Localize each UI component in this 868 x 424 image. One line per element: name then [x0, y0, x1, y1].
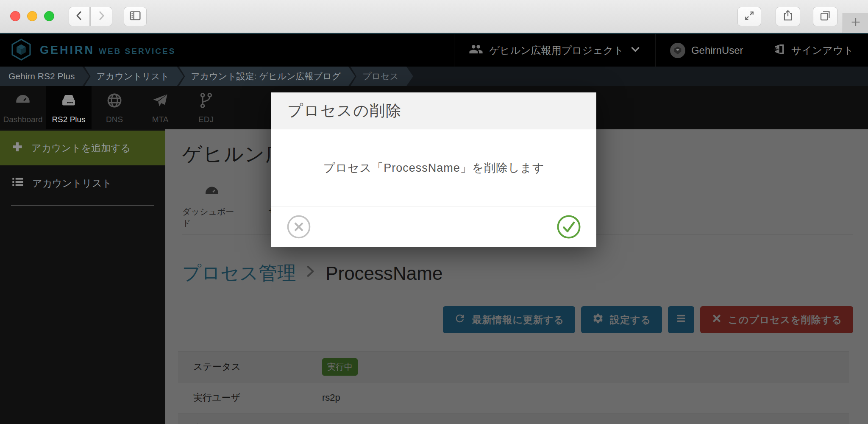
list-icon	[11, 175, 25, 191]
nav-label: Dashboard	[3, 115, 43, 124]
nav-item-edj[interactable]: EDJ	[183, 86, 229, 129]
back-icon	[73, 9, 86, 24]
globe-icon	[106, 92, 123, 112]
nav-label: DNS	[106, 115, 123, 124]
nav-label: EDJ	[198, 115, 214, 124]
cancel-x-icon	[287, 234, 311, 240]
breadcrumb-item-process[interactable]: プロセス	[351, 67, 413, 86]
nav-item-dashboard[interactable]: Dashboard	[0, 86, 46, 129]
avatar	[670, 43, 685, 58]
sidebar-toggle-button[interactable]	[124, 7, 147, 26]
sidebar-divider	[11, 205, 154, 206]
close-window-button[interactable]	[10, 11, 20, 21]
sidebar-item-add-account[interactable]: アカウントを追加する	[0, 131, 165, 165]
brand-name: GEHIRN	[40, 44, 95, 56]
nav-item-rs2plus[interactable]: RS2 Plus	[46, 86, 92, 129]
brand-suffix: WEB SERVICES	[99, 47, 175, 56]
window-controls	[10, 11, 54, 21]
new-tab-button[interactable]	[843, 13, 868, 33]
app-viewport: GEHIRNWEB SERVICES ゲヒルン広報用プロジェクト	[0, 33, 868, 424]
delete-process-modal: プロセスの削除 プロセス「ProcessName」を削除します	[271, 92, 596, 247]
forward-icon	[95, 9, 108, 24]
gauge-icon	[14, 92, 32, 112]
breadcrumb-item-account-settings[interactable]: アカウント設定: ゲヒルン広報ブログ	[179, 67, 355, 86]
forward-button[interactable]	[90, 7, 112, 26]
chevron-down-icon	[630, 44, 641, 57]
sidebar-item-label: アカウントリスト	[32, 177, 112, 190]
plus-icon	[11, 140, 24, 156]
browser-chrome	[0, 0, 868, 33]
signout-button[interactable]: サインアウト	[758, 34, 868, 67]
nav-item-mta[interactable]: MTA	[137, 86, 183, 129]
modal-message: プロセス「ProcessName」を削除します	[323, 160, 545, 176]
signout-label: サインアウト	[791, 44, 854, 57]
user-label: GehirnUser	[691, 45, 743, 56]
modal-confirm-button[interactable]	[556, 215, 581, 239]
back-button[interactable]	[69, 7, 90, 26]
project-label: ゲヒルン広報用プロジェクト	[489, 44, 624, 57]
tab-overview-button[interactable]	[813, 7, 837, 26]
users-icon	[469, 42, 483, 59]
project-selector[interactable]: ゲヒルン広報用プロジェクト	[454, 34, 655, 67]
breadcrumb-item-account-list[interactable]: アカウントリスト	[84, 67, 184, 86]
git-branch-icon	[197, 92, 215, 112]
modal-header: プロセスの削除	[271, 92, 596, 129]
modal-footer	[271, 206, 596, 247]
gehirn-logo-icon	[9, 37, 33, 64]
server-icon	[60, 92, 78, 112]
tab-overview-icon	[819, 9, 832, 24]
modal-cancel-button[interactable]	[287, 215, 311, 239]
plus-icon	[849, 16, 862, 30]
modal-title: プロセスの削除	[287, 100, 402, 121]
nav-label: RS2 Plus	[52, 115, 85, 124]
fullscreen-icon	[743, 9, 756, 24]
sidebar: アカウントを追加する アカウントリスト	[0, 129, 165, 424]
user-menu[interactable]: GehirnUser	[655, 34, 758, 67]
breadcrumb-item-rs2plus[interactable]: Gehirn RS2 Plus	[0, 67, 89, 86]
share-button[interactable]	[776, 7, 800, 26]
share-icon	[782, 9, 794, 24]
nav-item-dns[interactable]: DNS	[92, 86, 137, 129]
brand[interactable]: GEHIRNWEB SERVICES	[0, 37, 175, 64]
modal-body: プロセス「ProcessName」を削除します	[271, 129, 596, 206]
screen: GEHIRNWEB SERVICES ゲヒルン広報用プロジェクト	[0, 0, 868, 424]
header-right: ゲヒルン広報用プロジェクト GehirnUser	[454, 34, 868, 67]
sidebar-item-label: アカウントを追加する	[31, 142, 131, 155]
minimize-window-button[interactable]	[27, 11, 37, 21]
signout-icon	[773, 43, 785, 58]
paper-plane-icon	[151, 92, 169, 112]
app-header: GEHIRNWEB SERVICES ゲヒルン広報用プロジェクト	[0, 33, 868, 67]
fullscreen-button[interactable]	[737, 7, 761, 26]
nav-label: MTA	[152, 115, 169, 124]
sidebar-item-account-list[interactable]: アカウントリスト	[0, 165, 165, 201]
confirm-check-icon	[556, 234, 581, 240]
sidebar-toggle-icon	[128, 9, 142, 24]
zoom-window-button[interactable]	[44, 11, 54, 21]
breadcrumb: Gehirn RS2 Plus アカウントリスト アカウント設定: ゲヒルン広報…	[0, 67, 868, 86]
